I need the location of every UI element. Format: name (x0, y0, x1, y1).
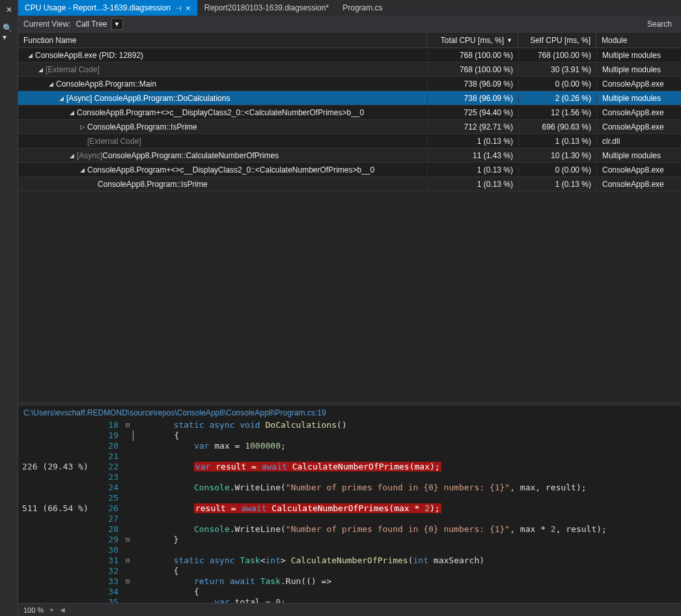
calltree-row[interactable]: ◢ConsoleApp8.Program+<>c__DisplayClass2_… (18, 163, 681, 177)
search-dropdown-icon[interactable]: 🔍▾ (0, 21, 18, 44)
line-metric (18, 597, 90, 603)
pin-icon[interactable]: ⊣ (176, 5, 182, 12)
close-tab-icon[interactable]: × (186, 3, 191, 13)
calltree-row[interactable]: ◢[Async] ConsoleApp8.Program::CalculateN… (18, 148, 681, 163)
total-cpu-cell: 768 (100.00 %) (427, 65, 518, 74)
fold-toggle-icon (122, 587, 133, 597)
total-cpu-cell: 1 (0.13 %) (427, 165, 518, 175)
line-number: 32 (90, 566, 122, 576)
code-line[interactable]: var max = 1000000; (133, 441, 681, 451)
code-line[interactable]: { (133, 566, 681, 576)
expander-icon[interactable]: ◢ (57, 95, 65, 102)
function-name: ConsoleApp8.Program+<>c__DisplayClass2_0… (87, 165, 374, 175)
column-total-cpu[interactable]: Total CPU [ms, %]▼ (427, 33, 518, 48)
expander-icon[interactable]: ◢ (68, 109, 76, 116)
nav-back-icon[interactable]: ◀ (60, 606, 65, 613)
zoom-level[interactable]: 100 % (23, 606, 44, 614)
self-cpu-cell: 1 (0.13 %) (518, 137, 596, 146)
line-metric: 511 (66.54 %) (18, 503, 90, 514)
expander-icon[interactable]: ◢ (26, 52, 34, 59)
document-tab[interactable]: Program.cs (336, 0, 389, 16)
code-line[interactable] (133, 545, 681, 555)
code-line[interactable]: var total = 0; (133, 597, 681, 603)
tab-label: Report20180103-1639.diagsession* (204, 3, 329, 12)
function-name: [External Code] (46, 65, 100, 74)
calltree-row[interactable]: ◢ConsoleApp8.Program+<>c__DisplayClass2_… (18, 105, 681, 120)
line-metric (18, 545, 90, 555)
code-line[interactable] (133, 451, 681, 462)
tab-label: CPU Usage - Report...3-1639.diagsession (25, 3, 171, 12)
line-number: 29 (90, 535, 122, 545)
function-name: ConsoleApp8.exe (PID: 12892) (35, 51, 143, 60)
expander-icon[interactable]: ▷ (78, 124, 86, 130)
fold-toggle-icon[interactable]: ⊟ (122, 535, 133, 545)
fold-toggle-icon (122, 472, 133, 483)
code-line[interactable]: return await Task.Run(() => (133, 576, 681, 587)
self-cpu-cell: 30 (3.91 %) (518, 65, 596, 74)
line-number: 25 (90, 493, 122, 503)
code-line[interactable] (133, 514, 681, 524)
column-self-cpu[interactable]: Self CPU [ms, %] (518, 33, 596, 48)
code-line[interactable]: static async void DoCalculations() (133, 420, 681, 430)
editor-statusbar: 100 % ▾ ◀ (18, 603, 681, 616)
fold-toggle-icon (122, 503, 133, 514)
code-line[interactable]: Console.WriteLine("Number of primes foun… (133, 483, 681, 493)
fold-toggle-icon[interactable]: ⊟ (122, 420, 133, 430)
chevron-down-icon[interactable]: ▼ (111, 18, 123, 30)
code-line[interactable]: { (133, 430, 681, 441)
calltree-row[interactable]: ◢[External Code]768 (100.00 %)30 (3.91 %… (18, 63, 681, 77)
expander-icon[interactable]: ◢ (78, 167, 86, 173)
document-tab[interactable]: Report20180103-1639.diagsession* (198, 0, 336, 16)
left-rail: ✕ 🔍▾ (0, 0, 18, 616)
document-tab[interactable]: CPU Usage - Report...3-1639.diagsession⊣… (18, 0, 198, 16)
calltree-row[interactable]: ◢ConsoleApp8.exe (PID: 12892)768 (100.00… (18, 48, 681, 63)
view-toolbar: Current View: Call Tree ▼ Search (18, 16, 681, 33)
current-view-dropdown[interactable]: Call Tree ▼ (76, 18, 122, 30)
self-cpu-cell: 696 (90.63 %) (518, 122, 596, 132)
module-cell: ConsoleApp8.exe (596, 180, 681, 189)
column-module[interactable]: Module (596, 33, 681, 48)
code-line[interactable]: } (133, 535, 681, 545)
zoom-chevron-icon[interactable]: ▾ (50, 606, 53, 613)
function-name: ConsoleApp8.Program::IsPrime (87, 122, 197, 132)
line-metric (18, 566, 90, 576)
code-line[interactable]: result = await CalculateNumberOfPrimes(m… (133, 503, 681, 514)
search-link[interactable]: Search (647, 20, 676, 29)
current-view-label: Current View: (23, 20, 70, 29)
line-metric (18, 555, 90, 566)
code-editor[interactable]: static async void DoCalculations() { var… (133, 420, 681, 603)
expander-icon[interactable]: ◢ (68, 152, 76, 159)
calltree-row[interactable]: ◢ConsoleApp8.Program::Main738 (96.09 %)0… (18, 77, 681, 91)
fold-toggle-icon (122, 483, 133, 493)
code-line[interactable]: Console.WriteLine("Number of primes foun… (133, 524, 681, 535)
code-line[interactable]: static async Task<int> CalculateNumberOf… (133, 555, 681, 566)
file-path-link[interactable]: C:\Users\evschaff.REDMOND\source\repos\C… (18, 406, 681, 420)
row-prefix: [Async] (77, 151, 102, 160)
calltree-row[interactable]: [External Code]1 (0.13 %)1 (0.13 %)clr.d… (18, 134, 681, 148)
function-name: [External Code] (87, 137, 141, 146)
expander-icon[interactable]: ◢ (47, 81, 55, 87)
calltree-row[interactable]: ▷ConsoleApp8.Program::IsPrime712 (92.71 … (18, 120, 681, 134)
function-name: ConsoleApp8.Program::Main (56, 79, 156, 89)
self-cpu-cell: 1 (0.13 %) (518, 180, 596, 189)
code-line[interactable] (133, 472, 681, 483)
fold-toggle-icon (122, 545, 133, 555)
line-number: 19 (90, 430, 122, 441)
code-line[interactable]: var result = await CalculateNumberOfPrim… (133, 462, 681, 472)
expander-icon[interactable]: ◢ (36, 66, 44, 73)
fold-toggle-icon[interactable]: ⊟ (122, 555, 133, 566)
module-cell: clr.dll (596, 137, 681, 146)
code-preview-pane: C:\Users\evschaff.REDMOND\source\repos\C… (18, 406, 681, 616)
total-cpu-cell: 738 (96.09 %) (427, 94, 518, 103)
module-cell: Multiple modules (596, 94, 681, 103)
close-icon[interactable]: ✕ (3, 3, 15, 17)
calltree-row[interactable]: ConsoleApp8.Program::IsPrime1 (0.13 %)1 … (18, 177, 681, 191)
code-line[interactable] (133, 493, 681, 503)
column-function-name[interactable]: Function Name (18, 33, 427, 48)
fold-toggle-icon (122, 441, 133, 451)
fold-toggle-icon[interactable]: ⊟ (122, 576, 133, 587)
total-cpu-cell: 768 (100.00 %) (427, 51, 518, 60)
code-line[interactable]: { (133, 587, 681, 597)
current-view-value: Call Tree (76, 20, 107, 29)
calltree-row[interactable]: ◢[Async] ConsoleApp8.Program::DoCalculat… (18, 91, 681, 105)
